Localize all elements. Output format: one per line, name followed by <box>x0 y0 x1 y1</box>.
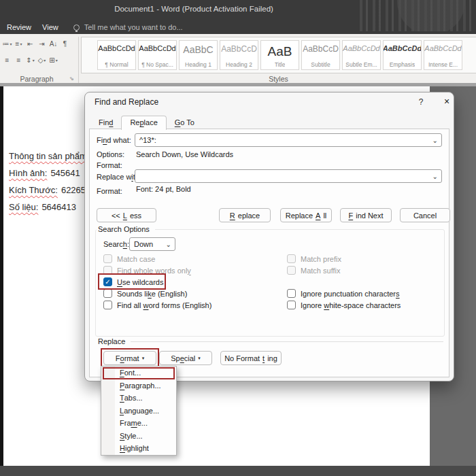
lightbulb-icon <box>73 24 80 31</box>
bottom-edge-strip <box>0 466 476 476</box>
find-what-label: Find what: <box>97 136 131 144</box>
style-intense-emphasis[interactable]: AaBbCcDdIntense E... <box>424 40 462 70</box>
menu-item-font[interactable]: Font... <box>101 367 176 379</box>
style-no-spacing[interactable]: AaBbCcDd¶ No Spac... <box>138 40 177 70</box>
ribbon: ≔▾ ≡▾ ⇤ ⇥ A↓ ¶ ≡ ≡ ⇕▾ ◇▾ ⊞▾ AaBbCcDd¶ No… <box>0 34 476 83</box>
decrease-indent-icon[interactable]: ⇤ <box>25 39 35 50</box>
tab-go-to[interactable]: Go To <box>167 116 203 129</box>
increase-indent-icon[interactable]: ⇥ <box>37 39 47 50</box>
checkbox-match-case[interactable]: Match case <box>103 254 155 263</box>
options-value: Search Down, Use Wildcards <box>136 150 233 158</box>
close-icon[interactable]: × <box>441 96 453 107</box>
styles-group-label: Styles <box>81 75 476 83</box>
group-labels: Paragraph ⇘ Styles <box>0 75 476 83</box>
options-label: Options: <box>97 150 124 158</box>
replace-format-label: Format: <box>97 187 122 195</box>
paragraph-group: ≔▾ ≡▾ ⇤ ⇥ A↓ ¶ ≡ ≡ ⇕▾ ◇▾ ⊞▾ <box>1 38 78 71</box>
replace-all-button[interactable]: Replace All <box>280 208 332 222</box>
style-normal[interactable]: AaBbCcDd¶ Normal <box>97 40 136 70</box>
format-button[interactable]: Format▾ <box>103 351 156 365</box>
chevron-down-icon[interactable]: ⌄ <box>166 239 171 251</box>
format-menu: Font... Paragraph... Tabs... Language...… <box>101 366 177 456</box>
chevron-down-icon[interactable]: ⌄ <box>432 171 438 183</box>
help-icon[interactable]: ? <box>415 97 426 107</box>
doc-line: Hình ảnh:545641 <box>9 168 80 178</box>
pilcrow-icon[interactable]: ¶ <box>60 39 70 50</box>
sort-icon[interactable]: A↓ <box>48 39 58 50</box>
checkbox-use-wildcards[interactable]: ✓Use wildcards <box>103 277 163 286</box>
style-subtle-emphasis[interactable]: AaBbCcDdSubtle Em... <box>342 40 381 70</box>
menu-item-frame[interactable]: Frame... <box>101 417 176 430</box>
paragraph-group-label: Paragraph <box>0 75 73 83</box>
bullets-icon[interactable]: ≔▾ <box>2 39 12 50</box>
style-subtitle[interactable]: AaBbCcDSubtitle <box>301 40 340 70</box>
window-title: Document1 - Word (Product Activation Fai… <box>0 5 388 13</box>
numbering-icon[interactable]: ≡▾ <box>14 39 24 50</box>
search-direction-label: Search: <box>103 240 129 248</box>
checkbox-ignore-punctuation[interactable]: Ignore punctuation characters <box>287 289 400 298</box>
replace-with-input[interactable]: ⌄ <box>135 169 442 183</box>
find-format-label: Format: <box>97 161 122 169</box>
menu-item-highlight[interactable]: Highlight <box>101 442 176 455</box>
align-left-icon[interactable]: ≡ <box>2 55 12 66</box>
dialog-tabs: Find Replace Go To <box>90 115 203 129</box>
checkbox-ignore-whitespace[interactable]: Ignore white-space characters <box>287 301 401 309</box>
style-heading2[interactable]: AaBbCcDHeading 2 <box>220 40 258 70</box>
menu-item-tabs[interactable]: Tabs... <box>101 392 176 405</box>
dialog-title: Find and Replace <box>95 97 158 107</box>
tell-me-box[interactable]: Tell me what you want to do... <box>73 23 183 31</box>
checkbox-sounds-like[interactable]: Sounds like (English) <box>103 289 187 298</box>
checkbox-match-suffix[interactable]: Match suffix <box>287 266 341 275</box>
no-formatting-button[interactable]: No Formatting <box>220 351 282 365</box>
search-options-group-label: Search Options <box>97 225 155 233</box>
find-what-input[interactable]: ^13*:⌄ <box>135 133 442 147</box>
checkbox-icon <box>103 266 112 275</box>
cancel-button[interactable]: Cancel <box>400 208 450 222</box>
menu-item-language[interactable]: Language... <box>101 405 176 418</box>
find-next-button[interactable]: Find Next <box>340 208 392 222</box>
chevron-down-icon[interactable]: ⌄ <box>432 135 438 147</box>
paragraph-dialog-launcher-icon[interactable]: ⇘ <box>69 75 74 82</box>
tell-me-text: Tell me what you want to do... <box>84 23 183 31</box>
styles-gallery: AaBbCcDd¶ Normal AaBbCcDd¶ No Spac... Aa… <box>81 37 476 73</box>
checkbox-checked-icon: ✓ <box>103 277 112 286</box>
word-window: Document1 - Word (Product Activation Fai… <box>0 0 476 476</box>
line-spacing-icon[interactable]: ⇕▾ <box>25 55 35 66</box>
special-button[interactable]: Special▾ <box>159 351 212 365</box>
tab-view[interactable]: View <box>42 23 58 31</box>
menu-item-paragraph[interactable]: Paragraph... <box>101 379 176 392</box>
doc-line: Thông tin sản phẩm <box>9 151 90 161</box>
checkbox-icon <box>103 254 112 263</box>
checkbox-icon <box>103 289 112 298</box>
checkbox-icon <box>287 289 296 298</box>
replace-group-label: Replace <box>97 337 131 345</box>
ribbon-tab-strip: Review View Tell me what you want to do.… <box>0 20 476 34</box>
style-title[interactable]: AaBTitle <box>260 40 299 70</box>
tab-review[interactable]: Review <box>7 23 31 31</box>
less-button[interactable]: << Less <box>97 208 156 222</box>
checkbox-word-forms[interactable]: Find all word forms (English) <box>103 301 211 309</box>
doc-line: Kích Thước:62265 <box>9 185 86 195</box>
doc-line: Số liệu:5646413 <box>9 202 76 212</box>
replace-tab-page: Find what: ^13*:⌄ Options: Search Down, … <box>89 129 449 377</box>
find-replace-dialog: Find and Replace ? × Find Replace Go To … <box>84 92 454 381</box>
style-emphasis[interactable]: AaBbCcDdEmphasis <box>383 40 422 70</box>
align-justify-icon[interactable]: ≡ <box>14 55 24 66</box>
shading-icon[interactable]: ◇▾ <box>37 55 47 66</box>
dropdown-caret-icon: ▾ <box>198 356 201 361</box>
checkbox-icon <box>287 266 296 275</box>
dropdown-caret-icon: ▾ <box>142 356 145 361</box>
search-direction-select[interactable]: Down⌄ <box>129 237 175 251</box>
checkbox-icon <box>287 301 296 309</box>
checkbox-whole-words[interactable]: Find whole words only <box>103 266 191 275</box>
replace-button[interactable]: Replace <box>219 208 271 222</box>
borders-icon[interactable]: ⊞▾ <box>48 55 58 66</box>
tab-find[interactable]: Find <box>90 116 121 129</box>
replace-format-value: Font: 24 pt, Bold <box>136 185 191 193</box>
checkbox-match-prefix[interactable]: Match prefix <box>287 254 341 263</box>
title-bar: Document1 - Word (Product Activation Fai… <box>0 0 476 34</box>
checkbox-icon <box>287 254 296 263</box>
style-heading1[interactable]: AaBbCHeading 1 <box>179 40 218 70</box>
menu-item-style[interactable]: Style... <box>101 430 176 443</box>
tab-replace[interactable]: Replace <box>121 116 166 130</box>
